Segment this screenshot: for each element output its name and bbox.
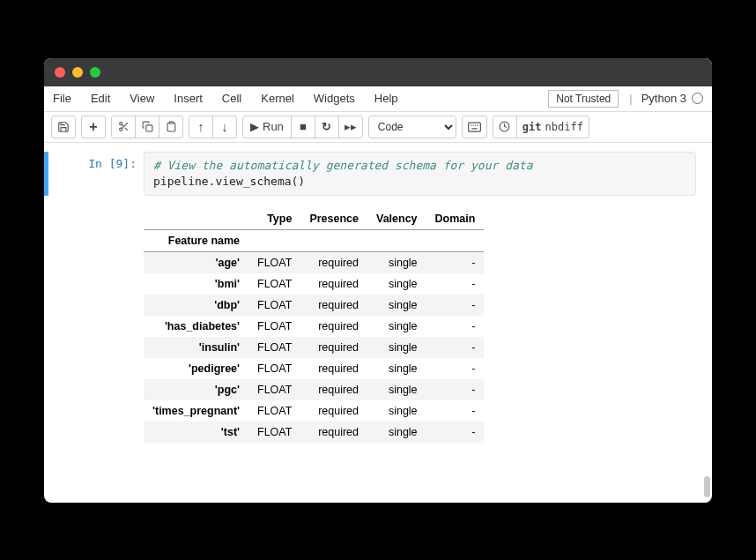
menu-edit[interactable]: Edit (91, 92, 110, 105)
not-trusted-button[interactable]: Not Trusted (548, 90, 619, 108)
feature-name: 'age' (144, 251, 248, 273)
feature-name: 'insulin' (144, 337, 248, 358)
table-row: 'dbp'FLOATrequiredsingle- (144, 295, 484, 316)
app-window: File Edit View Insert Cell Kernel Widget… (44, 58, 712, 503)
add-cell-button[interactable]: + (81, 116, 106, 138)
arrow-up-icon: ↑ (197, 119, 204, 134)
menu-help[interactable]: Help (374, 92, 398, 105)
cell-valency: single (367, 379, 426, 400)
git-group: git nbdiff (493, 116, 589, 138)
svg-rect-5 (145, 125, 152, 131)
cell-presence: required (300, 337, 367, 358)
feature-name: 'dbp' (144, 295, 248, 316)
interrupt-button[interactable]: ■ (291, 116, 315, 138)
cell-valency: single (367, 337, 426, 358)
cell-presence: required (300, 273, 367, 295)
menu-view[interactable]: View (130, 92, 154, 105)
cell-valency: single (367, 400, 426, 422)
cell-domain: - (426, 337, 485, 358)
restart-button[interactable]: ↻ (315, 116, 339, 138)
command-palette-button[interactable] (462, 116, 487, 138)
cut-button[interactable] (111, 116, 136, 138)
table-row: 'pgc'FLOATrequiredsingle- (144, 379, 484, 400)
maximize-icon[interactable] (90, 67, 100, 78)
cell-presence: required (300, 379, 367, 400)
code-line: pipeline.view_schema() (153, 175, 305, 188)
cell-presence: required (300, 400, 367, 422)
titlebar (44, 58, 712, 86)
menu-insert[interactable]: Insert (174, 92, 203, 105)
cell-domain: - (426, 422, 485, 443)
run-group: ▶ Run ■ ↻ ▸▸ (242, 116, 363, 138)
toolbar: + ↑ ↓ ▶ Run (44, 112, 712, 143)
kernel-indicator[interactable]: | Python 3 (629, 92, 703, 105)
move-down-button[interactable]: ↓ (212, 116, 237, 138)
git-history-button[interactable] (493, 116, 517, 138)
cell-domain: - (426, 273, 485, 295)
copy-button[interactable] (135, 116, 159, 138)
close-icon[interactable] (55, 67, 65, 78)
code-comment: # View the automatically generated schem… (153, 159, 532, 172)
menu-file[interactable]: File (53, 92, 71, 105)
git-nbdiff-button[interactable]: git nbdiff (516, 116, 589, 138)
table-row: 'bmi'FLOATrequiredsingle- (144, 273, 484, 295)
paste-button[interactable] (159, 116, 183, 138)
menu-widgets[interactable]: Widgets (314, 92, 355, 105)
cell-type-value: FLOAT (248, 316, 300, 337)
input-prompt: In [9]: (48, 152, 144, 196)
cell-valency: single (367, 316, 426, 337)
scrollbar-thumb[interactable] (704, 476, 710, 497)
cell-type-value: FLOAT (248, 337, 300, 358)
code-input[interactable]: # View the automatically generated schem… (144, 152, 696, 196)
move-up-button[interactable]: ↑ (189, 116, 213, 138)
run-button[interactable]: ▶ Run (242, 116, 292, 138)
feature-name: 'times_pregnant' (144, 400, 248, 422)
notebook-area[interactable]: In [9]: # View the automatically generat… (44, 143, 712, 503)
play-icon: ▶ (250, 120, 259, 133)
minimize-icon[interactable] (72, 67, 83, 78)
clock-icon (499, 121, 510, 132)
schema-table: Type Presence Valency Domain Feature nam… (144, 208, 484, 443)
menu-items: File Edit View Insert Cell Kernel Widget… (53, 92, 398, 105)
cell-domain: - (426, 379, 485, 400)
menu-kernel[interactable]: Kernel (261, 92, 294, 105)
save-icon (57, 121, 70, 133)
plus-icon: + (89, 119, 97, 135)
cell-type-value: FLOAT (248, 295, 300, 316)
cell-presence: required (300, 422, 367, 443)
cell-domain: - (426, 358, 485, 379)
restart-icon: ↻ (322, 120, 331, 133)
svg-rect-6 (169, 122, 173, 123)
cell-presence: required (300, 295, 367, 316)
table-row: 'insulin'FLOATrequiredsingle- (144, 337, 484, 358)
feature-name: 'has_diabetes' (144, 316, 248, 337)
table-row: 'age'FLOATrequiredsingle- (144, 251, 484, 273)
cell-valency: single (367, 251, 426, 273)
edit-group (111, 116, 183, 138)
svg-point-1 (119, 128, 122, 131)
code-cell[interactable]: In [9]: # View the automatically generat… (44, 152, 701, 196)
col-valency: Valency (367, 208, 426, 230)
cut-icon (118, 121, 130, 132)
fast-forward-icon: ▸▸ (345, 120, 357, 133)
cell-type-value: FLOAT (248, 400, 300, 422)
stop-icon: ■ (300, 120, 307, 133)
feature-name: 'pedigree' (144, 358, 248, 379)
cell-presence: required (300, 316, 367, 337)
cell-valency: single (367, 422, 426, 443)
output-area: Type Presence Valency Domain Feature nam… (44, 196, 712, 443)
restart-run-all-button[interactable]: ▸▸ (338, 116, 363, 138)
menubar-right: Not Trusted | Python 3 (548, 90, 703, 108)
cell-presence: required (300, 358, 367, 379)
cell-presence: required (300, 251, 367, 273)
save-button[interactable] (51, 116, 76, 138)
cell-valency: single (367, 358, 426, 379)
cell-valency: single (367, 295, 426, 316)
nbdiff-label: nbdiff (545, 121, 583, 133)
table-row: 'times_pregnant'FLOATrequiredsingle- (144, 400, 484, 422)
arrow-down-icon: ↓ (221, 119, 228, 134)
col-presence: Presence (300, 208, 367, 230)
cell-type-select[interactable]: Code (368, 116, 456, 138)
svg-line-3 (124, 128, 127, 131)
menu-cell[interactable]: Cell (222, 92, 241, 105)
